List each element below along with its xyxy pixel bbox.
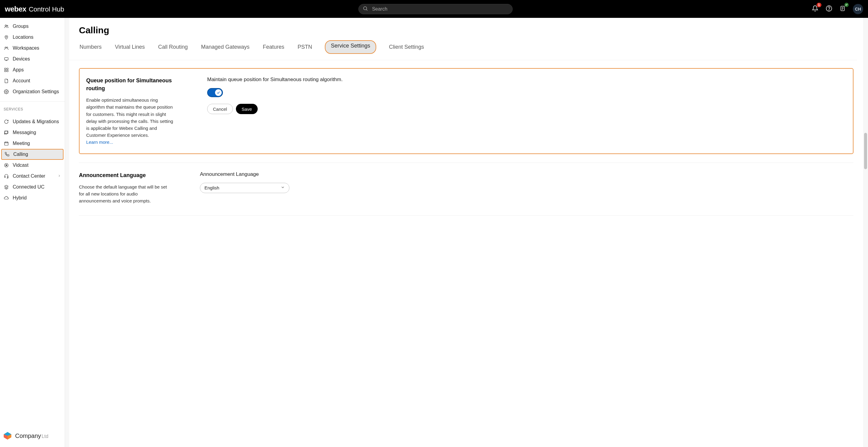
sidebar-item-account[interactable]: Account bbox=[0, 76, 65, 86]
cancel-button[interactable]: Cancel bbox=[207, 104, 233, 114]
headset-icon bbox=[4, 173, 9, 179]
sidebar-item-messaging[interactable]: Messaging bbox=[0, 127, 65, 138]
search-icon bbox=[363, 6, 368, 12]
notification-badge: 1 bbox=[816, 3, 822, 7]
sidebar-item-label: Meeting bbox=[13, 141, 30, 146]
company-suffix: Ltd bbox=[42, 434, 49, 439]
sidebar-item-connected-uc[interactable]: Connected UC bbox=[0, 182, 65, 192]
play-icon bbox=[4, 162, 9, 168]
tabs: Numbers Virtual Lines Call Routing Manag… bbox=[69, 35, 857, 60]
sidebar-item-label: Devices bbox=[13, 56, 30, 62]
sidebar-item-label: Account bbox=[13, 78, 30, 84]
gear-icon bbox=[4, 89, 9, 94]
sidebar-divider bbox=[0, 101, 65, 102]
queue-position-toggle[interactable] bbox=[207, 88, 223, 97]
tab-service-settings[interactable]: Service Settings bbox=[325, 40, 376, 54]
save-button[interactable]: Save bbox=[236, 104, 258, 114]
sidebar-item-vidcast[interactable]: Vidcast bbox=[0, 160, 65, 171]
queue-position-highlight: Queue position for Simultaneous routing … bbox=[79, 68, 854, 154]
section-title: Announcement Language bbox=[79, 171, 170, 179]
sidebar-item-devices[interactable]: Devices bbox=[0, 54, 65, 64]
tab-managed-gateways[interactable]: Managed Gateways bbox=[200, 43, 250, 52]
svg-rect-20 bbox=[4, 142, 8, 145]
learn-more-link[interactable]: Learn more... bbox=[86, 140, 113, 145]
sidebar-item-label: Connected UC bbox=[13, 184, 44, 190]
tab-features[interactable]: Features bbox=[262, 43, 285, 52]
tab-virtual-lines[interactable]: Virtual Lines bbox=[114, 43, 146, 52]
tasks-button[interactable] bbox=[840, 5, 846, 13]
notifications-button[interactable]: 1 bbox=[812, 5, 818, 13]
tab-pstn[interactable]: PSTN bbox=[297, 43, 313, 52]
svg-line-1 bbox=[367, 9, 368, 10]
tab-numbers[interactable]: Numbers bbox=[79, 43, 102, 52]
scrollbar-thumb[interactable] bbox=[864, 133, 867, 169]
sidebar-item-label: Updates & Migrations bbox=[13, 119, 59, 124]
sidebar-item-contact-center[interactable]: Contact Center bbox=[0, 171, 65, 182]
sidebar-item-label: Hybrid bbox=[13, 195, 27, 201]
sidebar-section-header: SERVICES bbox=[0, 106, 65, 113]
sidebar-item-groups[interactable]: Groups bbox=[0, 21, 65, 32]
search-wrap bbox=[359, 4, 513, 14]
svg-point-8 bbox=[5, 25, 7, 26]
sidebar-item-label: Apps bbox=[13, 67, 24, 72]
scrollbar[interactable] bbox=[863, 18, 868, 447]
grid-icon bbox=[4, 67, 9, 72]
sidebar-item-workspaces[interactable]: Workspaces bbox=[0, 43, 65, 54]
help-button[interactable] bbox=[826, 5, 832, 13]
check-badge-icon bbox=[844, 3, 849, 7]
svg-marker-28 bbox=[4, 185, 8, 187]
sidebar-item-meeting[interactable]: Meeting bbox=[0, 138, 65, 149]
svg-marker-25 bbox=[6, 164, 7, 166]
toggle-knob bbox=[215, 89, 222, 96]
svg-rect-17 bbox=[4, 70, 6, 72]
calendar-icon bbox=[4, 141, 9, 146]
device-icon bbox=[4, 56, 9, 62]
brand-logo: webex bbox=[5, 5, 26, 13]
phone-icon bbox=[4, 152, 10, 157]
content: Calling Numbers Virtual Lines Call Routi… bbox=[69, 18, 863, 447]
people-icon bbox=[4, 46, 9, 51]
sidebar-item-label: Contact Center bbox=[13, 173, 45, 179]
tab-client-settings[interactable]: Client Settings bbox=[388, 43, 425, 52]
chevron-down-icon bbox=[281, 185, 285, 190]
sidebar-item-locations[interactable]: Locations bbox=[0, 32, 65, 43]
svg-point-12 bbox=[7, 47, 8, 48]
tab-call-routing[interactable]: Call Routing bbox=[158, 43, 188, 52]
users-icon bbox=[4, 24, 9, 29]
page-title: Calling bbox=[69, 18, 863, 35]
search-input[interactable] bbox=[359, 4, 513, 14]
sidebar-item-label: Calling bbox=[13, 152, 28, 157]
avatar[interactable]: CH bbox=[853, 4, 863, 14]
company-logo-icon bbox=[3, 431, 12, 440]
stack-icon bbox=[4, 184, 9, 190]
svg-point-3 bbox=[829, 10, 829, 10]
sidebar-item-label: Messaging bbox=[13, 130, 36, 135]
section-title: Queue position for Simultaneous routing bbox=[86, 77, 177, 92]
company-brand: CompanyLtd bbox=[0, 426, 65, 447]
brand-subtitle: Control Hub bbox=[29, 5, 64, 13]
section-desc: Choose the default language that will be… bbox=[79, 183, 170, 205]
cloud-icon bbox=[4, 195, 9, 201]
topbar-right: 1 CH bbox=[812, 4, 863, 14]
svg-point-10 bbox=[6, 36, 7, 37]
language-select-label: Announcement Language bbox=[200, 171, 854, 177]
file-icon bbox=[4, 78, 9, 84]
company-name: Company bbox=[15, 433, 41, 439]
refresh-icon bbox=[4, 119, 9, 124]
sidebar-item-org-settings[interactable]: Organization Settings bbox=[0, 86, 65, 97]
queue-toggle-label: Maintain queue position for Simultaneous… bbox=[207, 77, 846, 83]
sidebar-item-label: Organization Settings bbox=[13, 89, 59, 94]
sidebar-item-updates[interactable]: Updates & Migrations bbox=[0, 116, 65, 127]
sidebar-item-apps[interactable]: Apps bbox=[0, 64, 65, 76]
language-select[interactable]: English bbox=[200, 183, 289, 193]
section-desc: Enable optimized simultaneous ring algor… bbox=[86, 96, 177, 139]
svg-rect-16 bbox=[7, 68, 8, 69]
sidebar-item-hybrid[interactable]: Hybrid bbox=[0, 192, 65, 203]
top-bar: webex Control Hub 1 CH bbox=[0, 0, 868, 18]
pin-icon bbox=[4, 34, 9, 40]
language-select-value: English bbox=[205, 185, 219, 190]
svg-point-0 bbox=[364, 7, 367, 10]
svg-point-9 bbox=[7, 25, 8, 26]
sidebar-item-label: Groups bbox=[13, 24, 28, 29]
sidebar-item-calling[interactable]: Calling bbox=[1, 149, 63, 160]
